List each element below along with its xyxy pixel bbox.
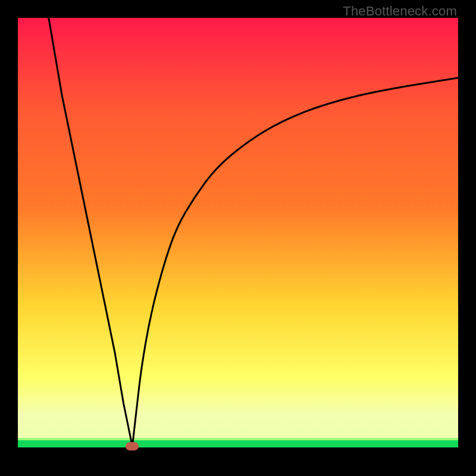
heatmap-gradient: [18, 18, 458, 440]
optimal-point-marker: [126, 442, 139, 450]
green-band-light: [18, 438, 458, 440]
watermark-label: TheBottleneck.com: [343, 4, 457, 19]
green-band: [18, 440, 458, 447]
chart-frame: [18, 18, 458, 458]
floor-bar: [18, 447, 458, 458]
chart-canvas: [18, 18, 458, 458]
